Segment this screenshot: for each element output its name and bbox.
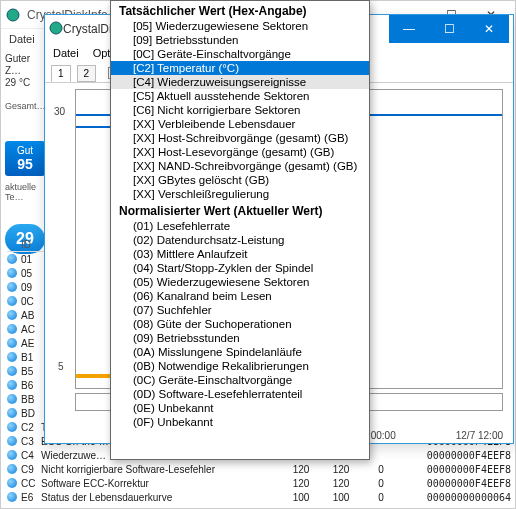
- status-led-icon: [7, 492, 17, 502]
- cell-worst: 120: [321, 464, 361, 475]
- cell-id: BB: [21, 394, 41, 405]
- dropdown-section-raw: Tatsächlicher Wert (Hex-Angabe): [111, 1, 369, 19]
- col-id[interactable]: ID: [21, 239, 41, 250]
- status-line1: Guter Z…: [5, 53, 45, 77]
- cell-id: E6: [21, 492, 41, 503]
- akt-temp-label: aktuelle Te…: [5, 182, 45, 202]
- cell-id: B5: [21, 366, 41, 377]
- cell-threshold: 0: [361, 478, 401, 489]
- dropdown-item[interactable]: (02) Datendurchsatz-Leistung: [111, 233, 369, 247]
- dropdown-item[interactable]: (0D) Software-Lesefehlerratenteil: [111, 387, 369, 401]
- dropdown-item[interactable]: [C5] Aktuell ausstehende Sektoren: [111, 89, 369, 103]
- status-led-icon: [7, 338, 17, 348]
- svg-point-0: [7, 9, 19, 21]
- x-tick-0: 00:00: [371, 430, 396, 441]
- graph-tab-1[interactable]: 1: [51, 65, 71, 82]
- status-led-icon: [7, 296, 17, 306]
- dropdown-item[interactable]: [09] Betriebsstunden: [111, 33, 369, 47]
- attribute-dropdown[interactable]: Tatsächlicher Wert (Hex-Angabe) [05] Wie…: [110, 0, 370, 460]
- table-row[interactable]: CCSoftware ECC-Korrektur120120000000000F…: [7, 476, 511, 490]
- dropdown-item[interactable]: (07) Suchfehler: [111, 303, 369, 317]
- table-row[interactable]: C9Nicht korrigierbare Software-Lesefehle…: [7, 462, 511, 476]
- cell-current: 120: [281, 478, 321, 489]
- health-value: 95: [7, 156, 43, 172]
- dropdown-item[interactable]: (06) Kanalrand beim Lesen: [111, 289, 369, 303]
- cell-id: AC: [21, 324, 41, 335]
- status-led-icon: [7, 478, 17, 488]
- dropdown-section-normalized: Normalisierter Wert (Aktueller Wert): [111, 201, 369, 219]
- cell-worst: 120: [321, 478, 361, 489]
- dropdown-item[interactable]: [05] Wiederzugewiesene Sektoren: [111, 19, 369, 33]
- status-led-icon: [7, 268, 17, 278]
- health-label: Gut: [7, 145, 43, 156]
- dropdown-item[interactable]: (0F) Unbekannt: [111, 415, 369, 429]
- status-led-icon: [7, 352, 17, 362]
- dropdown-item[interactable]: [XX] Verschleißregulierung: [111, 187, 369, 201]
- dropdown-item[interactable]: (09) Betriebsstunden: [111, 331, 369, 345]
- dropdown-item[interactable]: [C6] Nicht korrigierbare Sektoren: [111, 103, 369, 117]
- cell-id: B1: [21, 352, 41, 363]
- cell-id: AB: [21, 310, 41, 321]
- dropdown-item[interactable]: [C2] Temperatur (°C): [111, 61, 369, 75]
- dropdown-item[interactable]: (0B) Notwendige Rekalibrierungen: [111, 359, 369, 373]
- dropdown-item[interactable]: [XX] Verbleibende Lebensdauer: [111, 117, 369, 131]
- cell-id: AE: [21, 338, 41, 349]
- dropdown-item[interactable]: (04) Start/Stopp-Zyklen der Spindel: [111, 261, 369, 275]
- cell-raw: 00000000F4EEF8: [401, 464, 511, 475]
- svg-point-1: [50, 22, 62, 34]
- dropdown-item[interactable]: (0E) Unbekannt: [111, 401, 369, 415]
- cell-raw: 00000000F4EEF8: [401, 450, 511, 461]
- status-led-icon: [7, 380, 17, 390]
- cell-name: Software ECC-Korrektur: [41, 478, 281, 489]
- status-line2: 29 °C: [5, 77, 45, 89]
- gesamt-label: Gesamt…: [5, 101, 45, 111]
- dropdown-item[interactable]: [XX] Host-Lesevorgänge (gesamt) (GB): [111, 145, 369, 159]
- dropdown-item[interactable]: [XX] Host-Schreibvorgänge (gesamt) (GB): [111, 131, 369, 145]
- cell-id: 0C: [21, 296, 41, 307]
- graph-maximize-button[interactable]: ☐: [429, 15, 469, 43]
- dropdown-item[interactable]: [0C] Geräte-Einschaltvorgänge: [111, 47, 369, 61]
- graph-menu-datei[interactable]: Datei: [53, 47, 79, 59]
- cell-id: CC: [21, 478, 41, 489]
- cell-id: BD: [21, 408, 41, 419]
- status-led-icon: [7, 450, 17, 460]
- cell-id: C3: [21, 436, 41, 447]
- cell-name: Status der Lebensdauerkurve: [41, 492, 281, 503]
- status-led-icon: [7, 422, 17, 432]
- cell-current: 100: [281, 492, 321, 503]
- status-led-icon: [7, 366, 17, 376]
- drive-summary: Guter Z… 29 °C Gesamt… Gut 95 aktuelle T…: [5, 53, 45, 254]
- dropdown-item[interactable]: [XX] NAND-Schreibvorgänge (gesamt) (GB): [111, 159, 369, 173]
- cell-threshold: 0: [361, 464, 401, 475]
- graph-tab-2[interactable]: 2: [77, 65, 97, 82]
- dropdown-item[interactable]: (05) Wiederzugewiesene Sektoren: [111, 275, 369, 289]
- app-icon: [5, 7, 21, 23]
- table-row[interactable]: E6Status der Lebensdauerkurve10010000000…: [7, 490, 511, 504]
- health-box[interactable]: Gut 95: [5, 141, 45, 176]
- cell-id: C2: [21, 422, 41, 433]
- dropdown-item[interactable]: [C4] Wiederzuweisungsereignisse: [111, 75, 369, 89]
- status-led-icon: [7, 310, 17, 320]
- status-led-icon: [7, 408, 17, 418]
- cell-id: 01: [21, 254, 41, 265]
- cell-id: 05: [21, 268, 41, 279]
- graph-app-icon: [49, 21, 63, 37]
- status-led-icon: [7, 254, 17, 264]
- cell-raw: 00000000F4EEF8: [401, 478, 511, 489]
- cell-id: 09: [21, 282, 41, 293]
- cell-name: Nicht korrigierbare Software-Lesefehler: [41, 464, 281, 475]
- dropdown-item[interactable]: (0A) Misslungene Spindelanläufe: [111, 345, 369, 359]
- graph-minimize-button[interactable]: —: [389, 15, 429, 43]
- dropdown-item[interactable]: (08) Güte der Suchoperationen: [111, 317, 369, 331]
- menu-datei[interactable]: Datei: [9, 33, 35, 45]
- cell-worst: 100: [321, 492, 361, 503]
- dropdown-item[interactable]: (0C) Geräte-Einschaltvorgänge: [111, 373, 369, 387]
- dropdown-item[interactable]: [XX] GBytes gelöscht (GB): [111, 173, 369, 187]
- cell-id: C9: [21, 464, 41, 475]
- cell-raw: 00000000000064: [401, 492, 511, 503]
- dropdown-item[interactable]: (01) Lesefehlerrate: [111, 219, 369, 233]
- status-led-icon: [7, 282, 17, 292]
- cell-id: C4: [21, 450, 41, 461]
- dropdown-item[interactable]: (03) Mittlere Anlaufzeit: [111, 247, 369, 261]
- graph-close-button[interactable]: ✕: [469, 15, 509, 43]
